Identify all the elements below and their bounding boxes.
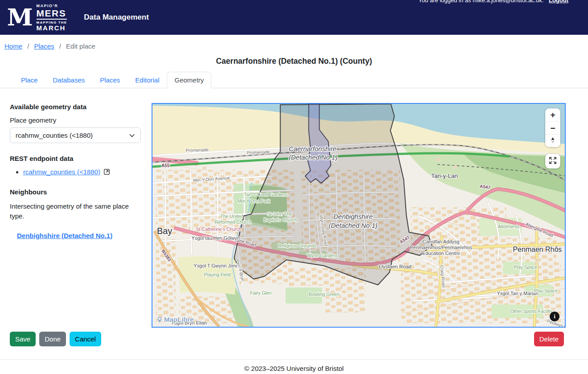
tab-geometry[interactable]: Geometry	[167, 72, 211, 88]
map-label: Promenade	[185, 147, 209, 153]
tab-place[interactable]: Place	[13, 72, 45, 88]
map-label: Baptist's Church	[263, 218, 297, 222]
login-status-text: You are logged in as mike.a.jones@bristo…	[419, 0, 544, 4]
map-label: Playing Field	[204, 272, 231, 277]
breadcrumb-current: Edit place	[66, 42, 95, 50]
fullscreen-button[interactable]	[545, 154, 560, 169]
rest-endpoint-link[interactable]: rcahmw_counties (<1880)	[23, 168, 100, 176]
rest-endpoint-heading: REST endpoint data	[10, 155, 141, 162]
map-attribution[interactable]: MapLibre	[156, 316, 194, 323]
rest-endpoint-list: rcahmw_counties (<1880)	[10, 168, 141, 177]
map-label: Ysgol Iau Hen Golwyn	[192, 235, 240, 241]
map-label: Fairy Glen	[250, 291, 271, 296]
map-label: Penmaenrhos/Penmaenrhos	[410, 245, 473, 250]
place-geometry-label: Place geometry	[10, 116, 141, 124]
save-button[interactable]: Save	[10, 332, 36, 346]
map-label: Allotments	[498, 224, 520, 229]
map-label: Ysgol T Gwynn Jones	[194, 263, 242, 268]
tab-places[interactable]: Places	[92, 72, 127, 88]
map-label: Play Space	[514, 265, 537, 270]
fullscreen-icon	[549, 156, 557, 164]
zoom-in-button[interactable]: +	[545, 108, 560, 121]
zoom-out-button[interactable]: −	[545, 121, 560, 134]
geometry-sidebar: Available geometry data Place geometry r…	[10, 103, 141, 328]
map-canvas[interactable]: Caernarfonshire (Detached No.1) Denbighs…	[152, 104, 565, 327]
logo-monogram: M	[7, 4, 32, 31]
neighbour-link-denbighshire[interactable]: Denbighshire (Detached No.1)	[17, 232, 112, 239]
map-label: St Catherine's Church	[196, 227, 242, 232]
map-label: Religious Grounds	[278, 243, 317, 248]
breadcrumb-separator: /	[27, 42, 29, 50]
page-footer: © 2023–2025 University of Bristol	[0, 359, 588, 372]
map-label: Bowling Green	[308, 292, 339, 297]
action-bar: Save Done Cancel Delete	[0, 332, 588, 346]
map-label: Reformed Church	[214, 220, 251, 225]
place-geometry-select-value: rcahmw_counties (<1880)	[16, 132, 93, 139]
map-container: Caernarfonshire (Detached No.1) Denbighs…	[152, 103, 566, 328]
app-title: Data Management	[84, 13, 148, 22]
delete-button[interactable]: Delete	[534, 332, 564, 346]
breadcrumb-separator: /	[59, 42, 61, 50]
app-header: M MAPIO'R MERS MAPPING THE MARCH Data Ma…	[0, 0, 588, 35]
map-label: A55	[161, 163, 170, 168]
breadcrumb: Home / Places / Edit place	[4, 42, 588, 50]
chevron-down-icon	[129, 132, 135, 139]
external-link-icon[interactable]	[103, 169, 110, 177]
compass-button[interactable]	[545, 134, 560, 147]
map-label: Penmaen Rhôs	[513, 246, 562, 253]
app-logo: M MAPIO'R MERS MAPPING THE MARCH	[7, 4, 67, 31]
map-region-label: (Detached No.1)	[329, 222, 377, 229]
map-label: Ysgol Tan y Marian	[497, 291, 539, 296]
map-label: Canolfan Addysg	[423, 239, 460, 244]
map-region-label: Denbighshire	[333, 213, 373, 220]
map-label: The United	[220, 214, 243, 219]
map-zoom-controls: + −	[545, 108, 560, 147]
neighbours-description: Intersecting geometry of the same place …	[10, 201, 141, 221]
map-label: Tan-Y-Coed Gardens	[244, 192, 288, 197]
place-geometry-select[interactable]: rcahmw_counties (<1880)	[10, 127, 141, 143]
map-pin-icon	[156, 316, 163, 323]
map-label: Llysfaen Road	[379, 264, 411, 269]
compass-icon	[550, 137, 556, 144]
map-label: Bay	[157, 226, 172, 236]
neighbours-heading: Neighbours	[10, 188, 141, 196]
list-item: rcahmw_counties (<1880)	[23, 168, 141, 177]
map-label: 50	[436, 157, 440, 162]
map-label: Wynn Gardens	[307, 253, 338, 258]
login-status: You are logged in as mike.a.jones@bristo…	[419, 0, 569, 4]
map-label: 20	[202, 166, 207, 170]
map-label: 70	[452, 165, 457, 169]
cancel-button[interactable]: Cancel	[70, 332, 101, 346]
page-title: Caernarfonshire (Detached No.1) (County)	[0, 57, 588, 66]
map-region-label: (Detached No.1)	[289, 153, 337, 161]
map-label: St John The	[267, 212, 292, 217]
copyright-text: © 2023–2025 University of Bristol	[244, 365, 344, 372]
map-label: Tan-y-Lan	[431, 173, 458, 179]
main-content: Available geometry data Place geometry r…	[0, 103, 588, 328]
map-region-label: Caernarfonshire	[289, 145, 337, 152]
info-button[interactable]: i	[550, 312, 559, 321]
map-label: Education Centre	[422, 251, 460, 256]
tab-databases[interactable]: Databases	[45, 72, 93, 88]
done-button[interactable]: Done	[39, 332, 66, 346]
logout-link[interactable]: Logout	[549, 0, 568, 4]
available-geometry-heading: Available geometry data	[10, 103, 141, 111]
tab-bar: Place Databases Places Editorial Geometr…	[0, 72, 588, 88]
breadcrumb-home[interactable]: Home	[4, 42, 22, 50]
map-label: Other Sports Facility	[510, 309, 553, 314]
tab-editorial[interactable]: Editorial	[127, 72, 167, 88]
map-label: Min Y Don Park	[238, 199, 271, 204]
map-label: Promenade	[247, 149, 270, 155]
map-attribution-label: MapLibre	[164, 316, 194, 323]
breadcrumb-places[interactable]: Places	[34, 42, 54, 50]
map-label: Play Space	[534, 288, 558, 293]
logo-wordmark: MAPIO'R MERS MAPPING THE MARCH	[37, 4, 67, 31]
